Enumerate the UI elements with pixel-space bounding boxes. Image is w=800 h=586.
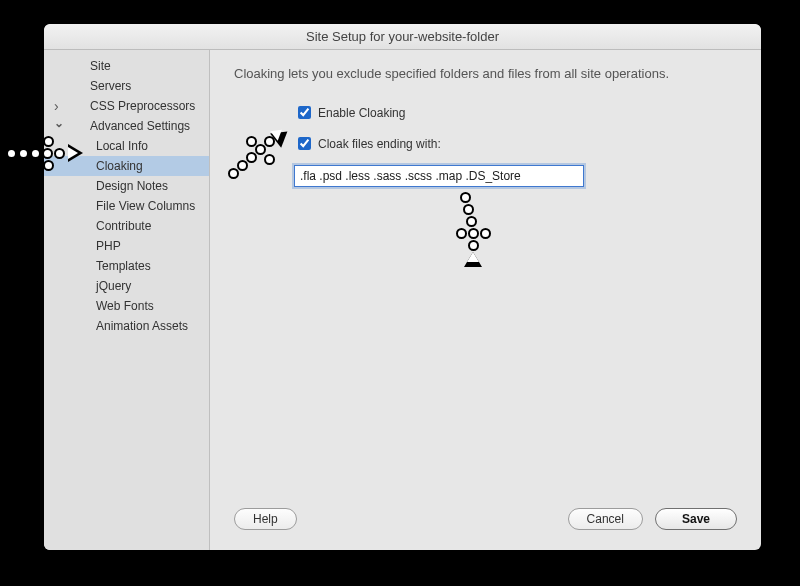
sidebar-item-label: File View Columns	[96, 199, 195, 213]
chevron-down-icon[interactable]	[54, 119, 64, 133]
sidebar-item-label: Local Info	[96, 139, 148, 153]
dialog-title: Site Setup for your-website-folder	[44, 24, 761, 50]
sidebar-item-label: Contribute	[96, 219, 151, 233]
category-sidebar: SiteServersCSS PreprocessorsAdvanced Set…	[44, 50, 210, 550]
sidebar-item-site[interactable]: Site	[44, 56, 209, 76]
dialog-body: SiteServersCSS PreprocessorsAdvanced Set…	[44, 50, 761, 550]
sidebar-item-file-view-columns[interactable]: File View Columns	[44, 196, 209, 216]
enable-cloaking-checkbox[interactable]	[298, 106, 311, 119]
main-panel: Cloaking lets you exclude specified fold…	[210, 50, 761, 550]
sidebar-item-label: Design Notes	[96, 179, 168, 193]
sidebar-item-label: CSS Preprocessors	[90, 99, 195, 113]
sidebar-item-web-fonts[interactable]: Web Fonts	[44, 296, 209, 316]
sidebar-item-label: Advanced Settings	[90, 119, 190, 133]
help-button[interactable]: Help	[234, 508, 297, 530]
sidebar-item-label: Cloaking	[96, 159, 143, 173]
cloak-files-checkbox[interactable]	[298, 137, 311, 150]
description-text: Cloaking lets you exclude specified fold…	[234, 66, 737, 81]
sidebar-item-servers[interactable]: Servers	[44, 76, 209, 96]
cloak-files-row: Cloak files ending with:	[294, 134, 737, 153]
sidebar-item-label: Templates	[96, 259, 151, 273]
sidebar-item-animation-assets[interactable]: Animation Assets	[44, 316, 209, 336]
sidebar-item-label: PHP	[96, 239, 121, 253]
site-setup-dialog: Site Setup for your-website-folder SiteS…	[44, 24, 761, 550]
cloak-files-label: Cloak files ending with:	[318, 137, 441, 151]
sidebar-item-label: Site	[90, 59, 111, 73]
extensions-input-row	[294, 165, 737, 187]
sidebar-item-jquery[interactable]: jQuery	[44, 276, 209, 296]
sidebar-item-advanced-settings[interactable]: Advanced Settings	[44, 116, 209, 136]
dialog-footer: Help Cancel Save	[234, 500, 737, 538]
sidebar-item-label: Servers	[90, 79, 131, 93]
enable-cloaking-label: Enable Cloaking	[318, 106, 405, 120]
sidebar-item-label: Web Fonts	[96, 299, 154, 313]
save-button[interactable]: Save	[655, 508, 737, 530]
sidebar-item-templates[interactable]: Templates	[44, 256, 209, 276]
sidebar-item-label: Animation Assets	[96, 319, 188, 333]
sidebar-item-local-info[interactable]: Local Info	[44, 136, 209, 156]
sidebar-item-php[interactable]: PHP	[44, 236, 209, 256]
enable-cloaking-row: Enable Cloaking	[294, 103, 737, 122]
sidebar-item-cloaking[interactable]: Cloaking	[44, 156, 209, 176]
extensions-input[interactable]	[294, 165, 584, 187]
sidebar-item-label: jQuery	[96, 279, 131, 293]
cancel-button[interactable]: Cancel	[568, 508, 643, 530]
sidebar-item-contribute[interactable]: Contribute	[44, 216, 209, 236]
sidebar-item-css-preprocessors[interactable]: CSS Preprocessors	[44, 96, 209, 116]
sidebar-item-design-notes[interactable]: Design Notes	[44, 176, 209, 196]
chevron-right-icon[interactable]	[54, 98, 59, 114]
